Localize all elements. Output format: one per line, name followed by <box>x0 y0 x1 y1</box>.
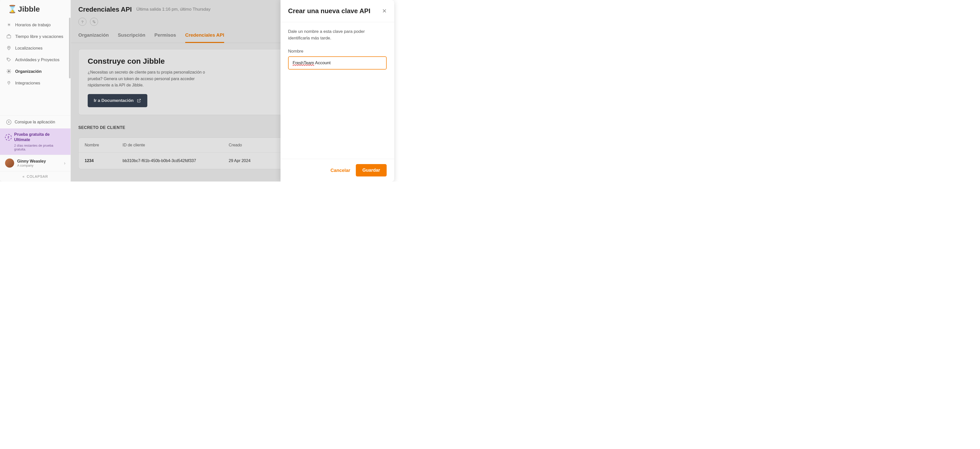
collapse-label: COLAPSAR <box>27 174 48 178</box>
sidebar-item-time-off[interactable]: Tiempo libre y vacaciones <box>0 30 70 42</box>
chevron-double-left-icon: « <box>22 174 25 178</box>
close-icon[interactable]: ✕ <box>382 8 387 14</box>
name-field-label: Nombre <box>288 49 387 54</box>
pin-icon <box>6 45 12 51</box>
panel-description: Dale un nombre a esta clave para poder i… <box>288 28 387 42</box>
briefcase-icon <box>6 33 12 39</box>
get-app-link[interactable]: Consigue la aplicación <box>0 116 70 129</box>
sidebar: ⌛Jibble ☀ Horarios de trabajo Tiempo lib… <box>0 0 71 182</box>
download-icon <box>6 119 12 125</box>
sidebar-item-organization[interactable]: Organización <box>0 65 70 77</box>
sun-icon: ☀ <box>6 22 12 27</box>
get-app-label: Consigue la aplicación <box>15 120 55 124</box>
chevron-right-icon: › <box>64 161 65 166</box>
sidebar-item-integrations[interactable]: Integraciones <box>0 77 70 89</box>
collapse-sidebar[interactable]: « COLAPSAR <box>0 171 70 182</box>
save-button[interactable]: Guardar <box>356 164 387 177</box>
svg-point-1 <box>8 47 10 48</box>
name-input[interactable]: FreshTeam Account <box>288 56 387 70</box>
plug-icon <box>6 80 12 86</box>
logo[interactable]: ⌛Jibble <box>0 0 70 18</box>
gear-icon <box>6 68 12 74</box>
trial-banner[interactable]: 2 Prueba gratuita de Ultimate 2 días res… <box>0 129 70 155</box>
cancel-button[interactable]: Cancelar <box>331 168 350 173</box>
trial-days-badge: 2 <box>5 134 12 140</box>
sidebar-item-work-schedules[interactable]: ☀ Horarios de trabajo <box>0 19 70 30</box>
scrollbar-thumb[interactable] <box>69 18 70 78</box>
sidebar-item-activities[interactable]: Actividades y Proyectos <box>0 54 70 65</box>
panel-title: Crear una nueva clave API <box>288 7 371 15</box>
brand-name: Jibble <box>18 5 40 13</box>
svg-point-3 <box>8 71 10 72</box>
user-menu[interactable]: Ginny Weasley A company › <box>0 155 70 171</box>
tag-icon <box>6 57 12 62</box>
user-name: Ginny Weasley <box>17 159 61 164</box>
logo-icon: ⌛ <box>8 5 17 13</box>
avatar <box>5 159 14 168</box>
user-company: A company <box>17 164 61 167</box>
sidebar-nav: ☀ Horarios de trabajo Tiempo libre y vac… <box>0 18 70 116</box>
create-api-key-panel: Crear una nueva clave API ✕ Dale un nomb… <box>280 0 394 182</box>
trial-subtitle: 2 días restantes de prueba gratuita. <box>14 143 66 151</box>
trial-title: Prueba gratuita de Ultimate <box>14 132 66 143</box>
svg-point-2 <box>8 59 8 59</box>
svg-rect-0 <box>7 35 11 38</box>
sidebar-item-locations[interactable]: Localizaciones <box>0 42 70 54</box>
